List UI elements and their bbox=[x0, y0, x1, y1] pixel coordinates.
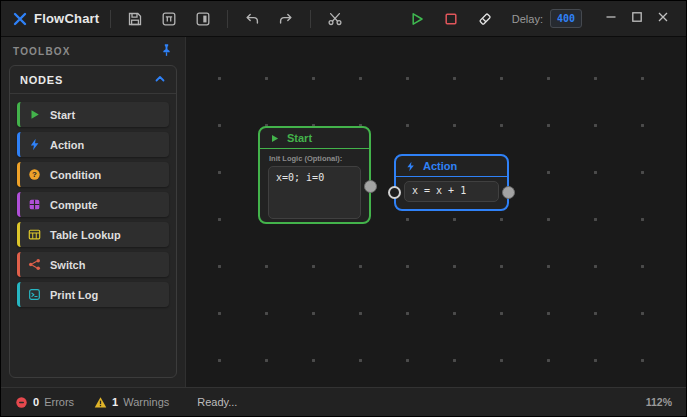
errors-label: Errors bbox=[44, 396, 74, 408]
x-logo-icon bbox=[13, 12, 27, 26]
sidebar-item-switch[interactable]: Switch bbox=[17, 252, 169, 277]
canvas-node-action[interactable]: Action x = x + 1 bbox=[394, 154, 509, 211]
node-field-label: Init Logic (Optional): bbox=[269, 154, 361, 163]
error-icon bbox=[15, 396, 28, 409]
maximize-icon bbox=[630, 10, 644, 27]
node-header: Action bbox=[396, 156, 507, 177]
nodes-panel: NODES Start bbox=[9, 65, 177, 378]
question-icon: ? bbox=[28, 168, 41, 181]
run-icon bbox=[409, 11, 425, 27]
svg-text:?: ? bbox=[32, 170, 37, 179]
sidebar-item-table-lookup[interactable]: Table Lookup bbox=[17, 222, 169, 247]
play-icon bbox=[28, 108, 41, 121]
output-port[interactable] bbox=[364, 180, 377, 193]
errors-status: 0 Errors bbox=[15, 396, 74, 409]
chevron-up-icon bbox=[154, 71, 166, 89]
divider bbox=[310, 10, 311, 28]
status-message: Ready... bbox=[197, 396, 237, 408]
divider bbox=[110, 10, 111, 28]
minimize-button[interactable] bbox=[598, 6, 624, 32]
sidebar-item-label: Start bbox=[50, 109, 75, 121]
save-icon bbox=[127, 11, 143, 27]
sidebar-item-start[interactable]: Start bbox=[17, 102, 169, 127]
undo-icon bbox=[244, 11, 260, 27]
save-button[interactable] bbox=[122, 6, 148, 32]
export-panel-icon bbox=[195, 11, 211, 27]
node-code-editor[interactable]: x=0; i=0 bbox=[268, 166, 361, 219]
close-icon bbox=[656, 10, 670, 27]
sidebar-item-label: Switch bbox=[50, 259, 85, 271]
scissors-button[interactable] bbox=[322, 6, 348, 32]
sidebar-item-label: Action bbox=[50, 139, 84, 151]
bolt-icon bbox=[405, 161, 416, 172]
output-port[interactable] bbox=[502, 186, 515, 199]
pi-template-icon bbox=[161, 11, 177, 27]
sidebar-item-print-log[interactable]: Print Log bbox=[17, 282, 169, 307]
warnings-label: Warnings bbox=[123, 396, 169, 408]
stop-button[interactable] bbox=[438, 6, 464, 32]
sidebar-item-compute[interactable]: Compute bbox=[17, 192, 169, 217]
canvas-node-start[interactable]: Start Init Logic (Optional): x=0; i=0 bbox=[258, 126, 371, 224]
input-port[interactable] bbox=[388, 186, 401, 199]
eraser-icon bbox=[477, 11, 493, 27]
eraser-button[interactable] bbox=[472, 6, 498, 32]
delay-input[interactable] bbox=[550, 9, 582, 28]
app-window: FlowChart bbox=[0, 0, 687, 417]
nodes-list: Start Action ? Condition bbox=[10, 94, 176, 315]
warning-icon bbox=[94, 396, 107, 409]
calculator-icon bbox=[28, 198, 41, 211]
maximize-button[interactable] bbox=[624, 6, 650, 32]
delay-label: Delay: bbox=[512, 13, 543, 25]
divider bbox=[227, 10, 228, 28]
toolbox-sidebar: TOOLBOX NODES bbox=[1, 37, 186, 387]
toolbox-header: TOOLBOX bbox=[1, 37, 185, 63]
zoom-level: 112% bbox=[646, 396, 672, 408]
node-title: Start bbox=[287, 132, 312, 144]
pi-template-button[interactable] bbox=[156, 6, 182, 32]
warnings-status: 1 Warnings bbox=[94, 396, 169, 409]
sidebar-item-label: Print Log bbox=[50, 289, 98, 301]
minimize-icon bbox=[604, 10, 618, 27]
nodes-section-title: NODES bbox=[20, 74, 63, 86]
node-code-editor[interactable]: x = x + 1 bbox=[404, 181, 499, 202]
flow-canvas[interactable]: Start Init Logic (Optional): x=0; i=0 Ac… bbox=[186, 37, 686, 387]
pin-icon bbox=[160, 43, 173, 60]
bolt-icon bbox=[28, 138, 41, 151]
redo-button[interactable] bbox=[273, 6, 299, 32]
pin-button[interactable] bbox=[160, 43, 173, 60]
play-icon bbox=[269, 133, 280, 144]
node-body: x = x + 1 bbox=[396, 177, 507, 209]
node-body: Init Logic (Optional): x=0; i=0 bbox=[260, 149, 369, 226]
nodes-section-header[interactable]: NODES bbox=[10, 66, 176, 94]
stop-icon bbox=[443, 11, 459, 27]
branch-icon bbox=[28, 258, 41, 271]
terminal-icon bbox=[28, 288, 41, 301]
titlebar: FlowChart bbox=[1, 1, 686, 37]
statusbar: 0 Errors 1 Warnings Ready... 112% bbox=[1, 387, 686, 416]
export-panel-button[interactable] bbox=[190, 6, 216, 32]
sidebar-item-action[interactable]: Action bbox=[17, 132, 169, 157]
warnings-count: 1 bbox=[112, 396, 118, 408]
sidebar-item-label: Table Lookup bbox=[50, 229, 121, 241]
toolbox-title: TOOLBOX bbox=[13, 46, 71, 57]
node-header: Start bbox=[260, 128, 369, 149]
close-button[interactable] bbox=[650, 6, 676, 32]
errors-count: 0 bbox=[33, 396, 39, 408]
run-button[interactable] bbox=[404, 6, 430, 32]
node-title: Action bbox=[423, 160, 457, 172]
sidebar-item-label: Condition bbox=[50, 169, 101, 181]
table-icon bbox=[28, 228, 41, 241]
redo-icon bbox=[278, 11, 294, 27]
app-title: FlowChart bbox=[34, 11, 99, 26]
undo-button[interactable] bbox=[239, 6, 265, 32]
sidebar-item-condition[interactable]: ? Condition bbox=[17, 162, 169, 187]
scissors-icon bbox=[327, 11, 343, 27]
sidebar-item-label: Compute bbox=[50, 199, 98, 211]
